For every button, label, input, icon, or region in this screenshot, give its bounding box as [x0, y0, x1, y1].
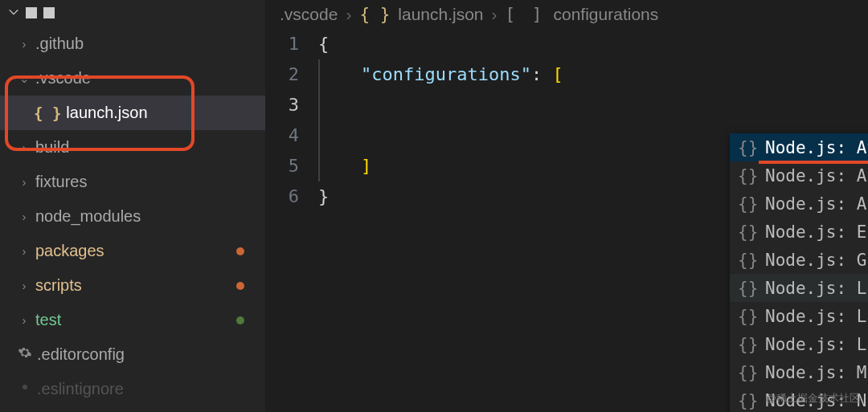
chevron-right-icon: › [18, 279, 31, 292]
line-number: 3 [265, 90, 299, 120]
autocomplete-item[interactable]: {} Node.js: Attach to Remote Progra [730, 190, 868, 218]
line-number: 1 [265, 29, 299, 59]
chevron-down-icon [8, 3, 19, 22]
modified-dot-icon [236, 282, 244, 290]
chevron-right-icon: › [18, 37, 31, 51]
square-icon [26, 7, 37, 18]
autocomplete-label: Node.js: Gulp task [765, 251, 868, 270]
autocomplete-item[interactable]: {} Node.js: Attach to Process [730, 161, 868, 190]
tree-label: build [35, 138, 69, 157]
autocomplete-item[interactable]: {} Node.js: Attach [730, 133, 868, 161]
code-token: [ [552, 64, 563, 84]
autocomplete-popup: {} Node.js: Attach {} Node.js: Attach to… [730, 133, 868, 412]
code-line [318, 90, 868, 120]
autocomplete-label: Node.js: Attach [765, 138, 868, 157]
folder-fixtures[interactable]: › fixtures [0, 165, 265, 199]
code-token: } [318, 186, 329, 206]
autocomplete-label: Node.js: Attach to Remote Progra [765, 194, 868, 214]
braces-icon: {} [738, 307, 757, 326]
indent-guide [318, 59, 320, 182]
tree-label: .eslintignore [37, 380, 124, 398]
line-number: 2 [265, 59, 299, 90]
chevron-down-icon: ⌄ [18, 71, 31, 86]
braces-icon: {} [738, 363, 757, 382]
braces-icon: {} [738, 166, 757, 186]
line-number: 5 [265, 151, 299, 182]
folder-github[interactable]: › .github [0, 27, 265, 61]
line-gutter: 1 2 3 4 5 6 [265, 29, 318, 412]
braces-icon: {} [738, 138, 757, 157]
tree-label: scripts [35, 276, 82, 295]
breadcrumb-segment[interactable]: launch.json [398, 5, 483, 24]
code-token: { [318, 34, 329, 54]
braces-icon: {} [738, 251, 757, 270]
autocomplete-label: Node.js: Launch via npm [765, 335, 868, 354]
sidebar-header[interactable] [0, 0, 265, 25]
braces-icon: {} [738, 391, 757, 410]
braces-icon: {} [738, 279, 757, 298]
chevron-right-icon: › [346, 5, 351, 24]
chevron-right-icon: › [18, 175, 31, 189]
folder-test[interactable]: › test [0, 303, 265, 337]
chevron-right-icon: › [18, 313, 31, 327]
autocomplete-item[interactable]: {} Node.js: Launch Program [730, 274, 868, 302]
chevron-right-icon: › [18, 244, 31, 258]
tree-label: packages [35, 242, 104, 260]
gear-icon [18, 345, 32, 364]
folder-vscode[interactable]: ⌄ .vscode [0, 61, 265, 96]
autocomplete-label: Node.js: Launch via NPM [765, 307, 868, 326]
breadcrumb[interactable]: .vscode › { } launch.json › [ ] configur… [265, 0, 868, 29]
folder-node-modules[interactable]: › node_modules [0, 199, 265, 234]
autocomplete-label: Node.js: Electron Main [765, 222, 868, 242]
file-launch-json[interactable]: { } launch.json [0, 96, 265, 130]
autocomplete-item[interactable]: {} Node.js: Mocha Tests [730, 358, 868, 386]
braces-icon: {} [738, 194, 757, 214]
tree-label: fixtures [35, 173, 87, 191]
autocomplete-label: Node.js: Mocha Tests [765, 363, 868, 382]
breadcrumb-segment[interactable]: .vscode [280, 5, 338, 24]
autocomplete-label: Node.js: Launch Program [765, 279, 868, 298]
tree-label: node_modules [35, 207, 141, 226]
code-token: "configurations" [361, 64, 531, 84]
explorer-sidebar: › .github ⌄ .vscode { } launch.json › bu… [0, 0, 265, 412]
braces-icon: { } [359, 5, 390, 24]
autocomplete-item[interactable]: {} Node.js: Gulp task [730, 246, 868, 274]
folder-build[interactable]: › build [0, 130, 265, 165]
tree-label: .editorconfig [37, 345, 125, 364]
file-editorconfig[interactable]: .editorconfig [0, 337, 265, 372]
autocomplete-label: Node.js: Attach to Process [765, 166, 868, 186]
line-number: 6 [265, 182, 299, 212]
chevron-right-icon: › [492, 5, 497, 24]
file-eslintignore[interactable]: .eslintignore [0, 372, 265, 406]
braces-icon: {} [738, 335, 757, 354]
gear-icon [18, 380, 32, 398]
line-number: 4 [265, 120, 299, 151]
file-tree: › .github ⌄ .vscode { } launch.json › bu… [0, 25, 265, 406]
breadcrumb-segment[interactable]: configurations [554, 5, 659, 24]
tree-label: launch.json [66, 104, 147, 122]
tree-label: test [35, 311, 61, 329]
braces-icon: {} [738, 222, 757, 242]
code-token: : [531, 64, 553, 84]
watermark: @稀土掘金技术社区 [766, 391, 860, 406]
autocomplete-item[interactable]: {} Node.js: Electron Main [730, 218, 868, 246]
editor-pane: .vscode › { } launch.json › [ ] configur… [265, 0, 868, 412]
chevron-right-icon: › [18, 210, 31, 223]
folder-packages[interactable]: › packages [0, 234, 265, 268]
brackets-icon: [ ] [506, 5, 546, 24]
chevron-right-icon: › [18, 141, 31, 154]
tree-label: .vscode [35, 69, 91, 88]
square-icon [43, 7, 55, 18]
annotation-underline [759, 161, 868, 164]
autocomplete-item[interactable]: {} Node.js: Launch via NPM [730, 302, 868, 330]
untracked-dot-icon [236, 316, 244, 324]
code-token: ] [361, 156, 371, 176]
braces-icon: { } [34, 104, 61, 122]
folder-scripts[interactable]: › scripts [0, 268, 265, 303]
tree-label: .github [35, 35, 84, 53]
autocomplete-item[interactable]: {} Node.js: Launch via npm [730, 330, 868, 358]
modified-dot-icon [236, 247, 244, 255]
